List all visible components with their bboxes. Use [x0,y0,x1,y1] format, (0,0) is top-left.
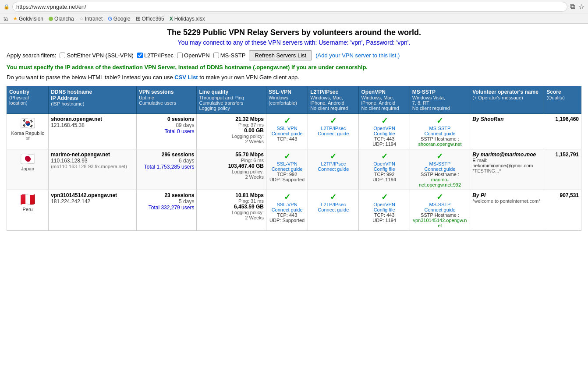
l2tp-link[interactable]: L2TP/IPsec [310,161,356,166]
softvpn-checkbox[interactable] [60,53,65,58]
browser-icons: ⧉ ☆ [570,3,584,11]
bookmark-google[interactable]: G Google [108,16,130,22]
openvpn-link[interactable]: OpenVPN [361,161,407,166]
l2tp-link[interactable]: L2TP/IPsec [310,202,356,207]
mssstp-connect-guide[interactable]: Connect guide [412,166,468,172]
logging-policy: Logging policy: [199,210,264,215]
lock-icon: 🔒 [4,4,10,10]
l2tp-link[interactable]: L2TP/IPsec [310,126,356,131]
bookmark-goldvision[interactable]: ★ Goldvision [13,16,43,22]
th-volunteer-line2: (+ Operator's message) [472,95,542,100]
ping: Ping: 37 ms [199,122,264,127]
bookmark-olancha[interactable]: Olancha [49,16,74,22]
sessions-count: 0 sessions [139,116,194,122]
bookmark-label: Office365 [142,16,164,22]
openvpn-config-file[interactable]: Config file [361,166,407,172]
th-ddns-line1: DDNS hostname [51,89,134,95]
openvpn-link[interactable]: OpenVPN [361,202,407,207]
mssstp-connect-guide[interactable]: Connect guide [412,207,468,212]
th-line-line2: Throughput and Ping [199,95,264,100]
weeks: 2 Weeks [199,174,264,180]
th-mssstp-line3: 7, 8, RT [412,100,468,106]
add-server-link[interactable]: (Add your VPN server to this list.) [315,52,400,59]
csv-info-text: Do you want to parse the below HTML tabl… [7,74,174,81]
th-country-line2: (Physical location) [9,95,46,106]
csv-info: Do you want to parse the below HTML tabl… [7,74,581,81]
score-cell: 1,196,460 [544,114,581,149]
sessions-count: 23 sessions [139,192,194,198]
mssstp-link[interactable]: MS-SSTP [412,126,468,131]
mssstp-filter[interactable]: MS-SSTP [213,52,246,59]
softvpn-label: SoftEther VPN (SSL-VPN) [67,52,133,59]
mssstp-checkmark: ✓ [412,152,468,161]
volunteer-name: By ShooRan [472,116,542,122]
th-openvpn: OpenVPN Windows, Mac, iPhone, Android No… [359,86,410,114]
l2tp-connect-guide[interactable]: Connect guide [310,207,356,212]
sessions-count: 296 sessions [139,152,194,158]
ssl-vpn-link[interactable]: SSL-VPN [269,202,305,207]
ssl-tcp: TCP: 443 [269,212,305,218]
th-line-line1: Line quality [199,89,264,95]
dot-icon [49,17,53,21]
volunteer-email: E-mail: nekomiminimoe@gmail.com [472,158,542,168]
mssstp-link[interactable]: MS-SSTP [412,202,468,207]
split-view-icon[interactable]: ⧉ [570,3,575,11]
openvpn-link[interactable]: OpenVPN [361,126,407,131]
csv-list-link[interactable]: CSV List [174,74,198,81]
bookmark-office365[interactable]: ⊞ Office365 [136,15,164,22]
flag-icon: 🇰🇷 [20,116,35,130]
l2tp-connect-guide[interactable]: Connect guide [310,166,356,172]
th-mssstp-line4: No client required [412,106,468,111]
line-cell: 10.81 Mbps Ping: 31 ms 6,453.59 GB Loggi… [197,190,266,231]
th-line-line3: Cumulative transfers [199,100,264,106]
office-icon: ⊞ [136,15,141,22]
ssl-vpn-link[interactable]: SSL-VPN [269,161,305,166]
openvpn-filter[interactable]: OpenVPN [177,52,210,59]
th-l2tp: L2TP/IPsec Windows, Mac, iPhone, Android… [308,86,359,114]
bookmark-label: Goldvision [19,16,43,22]
l2tp-connect-guide[interactable]: Connect guide [310,131,356,136]
l2tp-checkbox[interactable] [137,53,143,58]
isp-hostname: (mo110-163-128-93.fix.mopera.net) [51,164,134,169]
th-l2tp-line2: Windows, Mac, [310,95,356,100]
th-volunteer-line1: Volunteer operator's name [472,89,542,95]
mssstp-checkmark: ✓ [412,116,468,126]
mssstp-connect-guide[interactable]: Connect guide [412,131,468,136]
refresh-button[interactable]: Refresh Servers List [249,50,312,60]
ssl-connect-guide[interactable]: Connect guide [269,131,305,136]
ssl-connect-guide[interactable]: Connect guide [269,207,305,212]
l2tp-filter[interactable]: L2TP/IPsec [137,52,174,59]
openvpn-config-file[interactable]: Config file [361,207,407,212]
mssstp-checkbox[interactable] [213,53,219,58]
openvpn-checkbox[interactable] [177,53,183,58]
l2tp-checkmark: ✓ [310,192,356,202]
ssl-vpn-link[interactable]: SSL-VPN [269,126,305,131]
total-users: Total 332,279 users [139,205,194,211]
ip-address: 121.168.45.38 [51,122,134,128]
mssstp-checkmark: ✓ [412,192,468,202]
star-bookmark-icon[interactable]: ☆ [578,3,584,11]
csv-info-text2: to make your own VPN Gate client app. [199,74,299,81]
mbps: 10.81 Mbps [199,192,264,198]
bookmark-intranet[interactable]: ☆ Intranet [79,16,103,22]
openvpn-udp: UDP: 1194 [361,141,407,147]
address-bar[interactable]: https://www.vpngate.net/en/ [12,2,567,12]
ellipsis-label: ta [4,16,8,22]
th-sessions-line3: Cumulative users [139,100,194,106]
mssstp-link[interactable]: MS-SSTP [412,161,468,166]
logging-policy: Logging policy: [199,169,264,174]
sessions-cell: 23 sessions 5 days Total 332,279 users [137,190,197,231]
ping: Ping: 31 ms [199,198,264,204]
softvpn-filter[interactable]: SoftEther VPN (SSL-VPN) [60,52,133,59]
openvpn-config-file[interactable]: Config file [361,131,407,136]
volunteer-cell: By marimo@marimo.moe E-mail: nekomiminim… [470,149,544,190]
vpn-table: Country (Physical location) DDNS hostnam… [7,86,581,231]
country-cell: 🇯🇵 Japan [7,149,49,190]
url-text: https://www.vpngate.net/en/ [16,4,86,10]
bookmark-holidays[interactable]: X Holidays.xlsx [170,16,205,22]
ssl-cell: ✓ SSL-VPN Connect guide TCP: 443 UDP: Su… [266,190,308,231]
country-cell: 🇵🇪 Peru [7,190,49,231]
ip-address: 110.163.128.93 [51,158,134,164]
th-ddns-line2: IP Address [51,95,134,101]
ssl-connect-guide[interactable]: Connect guide [269,166,305,172]
